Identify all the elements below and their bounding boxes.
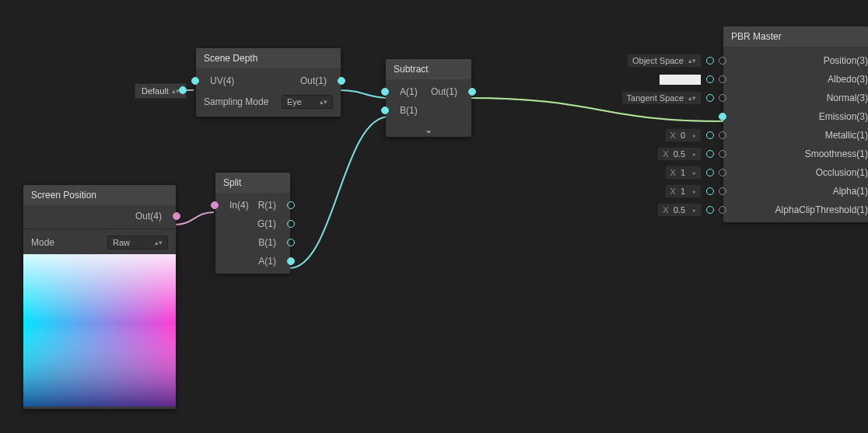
b-out-label: B(1) <box>258 237 290 248</box>
x-label: X <box>670 131 676 140</box>
caret-icon: ▸ <box>693 188 696 195</box>
out-port[interactable] <box>468 88 476 96</box>
occlusion-value: 1 <box>681 168 685 177</box>
r-out-label: R(1) <box>258 200 290 211</box>
caret-icon: ▸ <box>693 151 696 158</box>
updown-icon: ▴▾ <box>688 94 696 102</box>
updown-icon: ▴▾ <box>155 239 163 246</box>
a-out-port[interactable] <box>287 257 295 265</box>
metallic-in-port[interactable] <box>719 131 726 139</box>
updown-icon: ▴▾ <box>320 98 327 106</box>
a-in-label: A(1) <box>386 86 418 97</box>
out-label: Out(1) <box>300 75 341 86</box>
sampling-mode-dropdown[interactable]: Eye ▴▾ <box>282 95 333 109</box>
mode-dropdown[interactable]: Raw ▴▾ <box>107 236 168 250</box>
metallic-label: Metallic(1) <box>811 130 868 141</box>
smoothness-ext-port[interactable] <box>706 150 714 158</box>
node-subtract[interactable]: Subtract A(1) Out(1) B(1) ⌄ <box>386 59 471 137</box>
occlusion-ext-port[interactable] <box>706 169 714 176</box>
node-scene-depth[interactable]: Scene Depth UV(4) Out(1) Sampling Mode E… <box>196 48 341 117</box>
occlusion-label: Occlusion(1) <box>802 167 868 178</box>
normal-in-port[interactable] <box>719 94 726 102</box>
a-in-port[interactable] <box>381 88 389 96</box>
alpha-label: Alpha(1) <box>819 186 868 197</box>
emission-label: Emission(3) <box>805 111 868 122</box>
alphaclip-in-port[interactable] <box>719 206 726 214</box>
out-port[interactable] <box>173 212 180 220</box>
node-title: Split <box>215 173 290 193</box>
node-pbr-master[interactable]: PBR Master Object Space ▴▾ Position(3) A… <box>723 26 868 222</box>
normal-space-value: Tangent Space <box>627 93 684 103</box>
sampling-mode-value: Eye <box>287 97 302 107</box>
position-space-value: Object Space <box>632 56 684 65</box>
normal-space-dropdown[interactable]: Tangent Space ▴▾ <box>621 91 702 105</box>
metallic-value: 0 <box>681 131 685 140</box>
metallic-value-field[interactable]: X 0 ▸ <box>665 128 702 142</box>
smoothness-in-port[interactable] <box>719 150 726 158</box>
caret-icon: ▸ <box>693 207 696 214</box>
smoothness-value-field[interactable]: X 0.5 ▸ <box>657 147 702 161</box>
alpha-value-field[interactable]: X 1 ▸ <box>665 184 702 198</box>
albedo-label: Albedo(3) <box>814 74 868 85</box>
position-in-port[interactable] <box>719 57 726 65</box>
alphaclip-value-field[interactable]: X 0.5 ▸ <box>657 203 702 217</box>
r-out-port[interactable] <box>287 201 295 209</box>
b-in-port[interactable] <box>381 107 389 114</box>
collapse-toggle[interactable]: ⌄ <box>386 123 471 137</box>
a-out-label: A(1) <box>258 256 290 267</box>
mode-label: Mode <box>23 237 62 248</box>
out-port[interactable] <box>338 77 345 85</box>
updown-icon: ▴▾ <box>688 57 696 65</box>
emission-in-port[interactable] <box>719 113 726 120</box>
position-space-dropdown[interactable]: Object Space ▴▾ <box>627 54 702 68</box>
b-out-port[interactable] <box>287 239 295 246</box>
g-out-label: G(1) <box>257 218 290 229</box>
smoothness-label: Smoothness(1) <box>791 148 868 159</box>
x-label: X <box>670 187 676 196</box>
x-label: X <box>663 205 668 215</box>
position-label: Position(3) <box>810 55 868 66</box>
caret-icon: ▸ <box>693 132 696 139</box>
mode-value: Raw <box>113 238 130 247</box>
albedo-in-port[interactable] <box>719 75 726 83</box>
screen-position-preview <box>23 254 176 407</box>
node-title: PBR Master <box>723 26 868 47</box>
x-label: X <box>663 149 668 159</box>
albedo-color-swatch[interactable] <box>659 74 702 86</box>
occlusion-value-field[interactable]: X 1 ▸ <box>665 166 702 180</box>
alpha-value: 1 <box>681 187 685 196</box>
node-title: Screen Position <box>23 185 176 205</box>
normal-label: Normal(3) <box>813 93 868 103</box>
alpha-in-port[interactable] <box>719 187 726 195</box>
normal-ext-port[interactable] <box>706 94 714 102</box>
alphaclip-label: AlphaClipThreshold(1) <box>761 204 868 215</box>
albedo-ext-port[interactable] <box>706 75 714 83</box>
node-title: Subtract <box>386 59 471 79</box>
position-ext-port[interactable] <box>706 57 714 65</box>
in-port[interactable] <box>211 201 219 209</box>
metallic-ext-port[interactable] <box>706 131 714 139</box>
alphaclip-value: 0.5 <box>674 205 685 215</box>
out-label: Out(4) <box>135 211 176 222</box>
alpha-ext-port[interactable] <box>706 187 714 195</box>
sampling-mode-label: Sampling Mode <box>196 96 276 107</box>
uv-in-port[interactable] <box>191 77 199 85</box>
g-out-port[interactable] <box>287 220 295 228</box>
node-screen-position[interactable]: Screen Position Out(4) Mode Raw ▴▾ <box>23 185 176 409</box>
uv-in-label: UV(4) <box>196 75 234 86</box>
x-label: X <box>670 168 676 177</box>
node-split[interactable]: Split In(4) R(1) G(1) B(1) A(1) <box>215 173 290 274</box>
svg-rect-1 <box>23 254 176 407</box>
b-in-label: B(1) <box>386 105 418 116</box>
occlusion-in-port[interactable] <box>719 169 726 176</box>
out-label: Out(1) <box>431 86 471 97</box>
alphaclip-ext-port[interactable] <box>706 206 714 214</box>
node-title: Scene Depth <box>196 48 341 68</box>
smoothness-value: 0.5 <box>674 149 685 159</box>
uv-default-label: Default <box>142 86 169 96</box>
caret-icon: ▸ <box>693 169 696 176</box>
in-label: In(4) <box>215 200 249 211</box>
uv-default-out-port[interactable] <box>179 86 187 94</box>
